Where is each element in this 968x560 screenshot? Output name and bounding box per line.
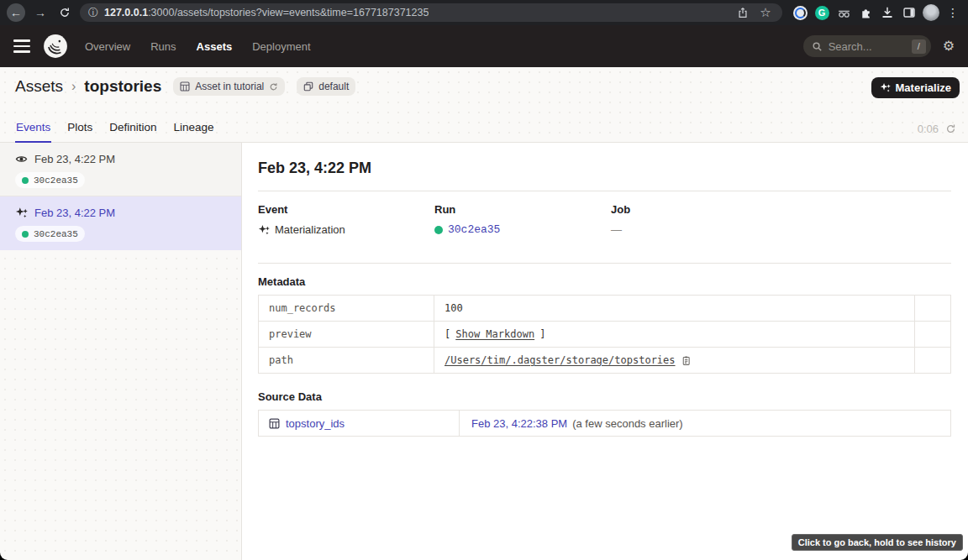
- materialize-button[interactable]: Materialize: [871, 77, 960, 98]
- run-id: 30c2ea35: [34, 229, 78, 239]
- table-icon: [180, 81, 190, 92]
- settings-gear-icon[interactable]: ⚙: [943, 39, 955, 53]
- nav-item-runs[interactable]: Runs: [150, 40, 176, 53]
- bracket: [: [445, 328, 450, 340]
- event-column: Event Materialization: [258, 203, 434, 236]
- tag-asset-in-tutorial[interactable]: Asset in tutorial: [173, 77, 285, 96]
- screen: ← → ⓘ 127.0.0.1:3000/assets/topstories?v…: [0, 0, 968, 560]
- run-id: 30c2ea35: [34, 175, 78, 186]
- breadcrumb-assets-link[interactable]: Assets: [15, 77, 63, 96]
- asset-page-header: Assets › topstories Asset in tutorial: [0, 67, 968, 143]
- page-title: topstories: [84, 77, 161, 96]
- reload-icon: [59, 7, 71, 18]
- group-layers-icon: [303, 81, 313, 92]
- table-row: path /Users/tim/.dagster/storage/topstor…: [259, 347, 950, 373]
- metadata-extra-cell: [915, 322, 950, 347]
- tag-refresh-icon[interactable]: [269, 82, 278, 92]
- metadata-key: preview: [259, 322, 434, 347]
- run-status-dot: [22, 231, 29, 238]
- nav-item-deployment[interactable]: Deployment: [252, 40, 310, 53]
- metadata-table: num_records 100 preview [Show Markdown] …: [258, 295, 951, 374]
- window-corner: [0, 552, 8, 560]
- event-type-value: Materialization: [275, 223, 345, 236]
- event-timestamp: Feb 23, 4:22 PM: [34, 153, 115, 165]
- run-id-tag[interactable]: 30c2ea35: [15, 172, 85, 188]
- primary-nav: Overview Runs Assets Deployment: [85, 40, 311, 53]
- breadcrumb: Assets › topstories Asset in tutorial: [15, 77, 355, 96]
- path-link[interactable]: /Users/tim/.dagster/storage/topstories: [445, 354, 676, 366]
- browser-back-button[interactable]: ←: [7, 3, 25, 22]
- divider: [258, 191, 951, 191]
- tab-definition[interactable]: Definition: [108, 121, 157, 143]
- event-detail-panel: Feb 23, 4:22 PM Event Materialization Ru…: [243, 143, 968, 560]
- nav-item-assets[interactable]: Assets: [197, 40, 233, 53]
- extensions-puzzle-icon[interactable]: [857, 4, 874, 21]
- site-info-icon[interactable]: ⓘ: [88, 6, 98, 20]
- event-list-sidebar: Feb 23, 4:22 PM 30c2ea35 Feb 23, 4:22 PM: [0, 143, 242, 560]
- breadcrumb-separator: ›: [71, 79, 76, 94]
- metadata-key: path: [259, 348, 434, 373]
- event-summary-columns: Event Materialization Run 30c2ea35: [258, 203, 951, 236]
- source-asset-link[interactable]: topstory_ids: [286, 417, 345, 430]
- tab-plots[interactable]: Plots: [66, 121, 93, 143]
- show-markdown-link[interactable]: Show Markdown: [455, 328, 534, 340]
- share-icon[interactable]: [734, 4, 751, 21]
- copy-to-clipboard-icon[interactable]: [681, 355, 692, 366]
- source-time-cell: Feb 23, 4:22:38 PM (a few seconds earlie…: [460, 411, 950, 436]
- goggles-extension-icon[interactable]: [835, 4, 852, 21]
- nav-item-overview[interactable]: Overview: [85, 40, 130, 53]
- metadata-value: /Users/tim/.dagster/storage/topstories: [434, 348, 915, 373]
- run-status-dot: [434, 226, 443, 234]
- asset-tabs: Events Plots Definition Lineage: [15, 121, 215, 143]
- refresh-icon[interactable]: [945, 123, 956, 134]
- search-placeholder: Search...: [829, 40, 906, 53]
- tag-label: Asset in tutorial: [195, 81, 264, 92]
- hamburger-menu-icon[interactable]: [13, 39, 30, 53]
- source-timestamp-link[interactable]: Feb 23, 4:22:38 PM: [471, 417, 567, 430]
- tab-lineage[interactable]: Lineage: [173, 121, 215, 143]
- url-host: 127.0.0.1: [104, 7, 148, 18]
- search-shortcut-key: /: [912, 39, 926, 54]
- metadata-key: num_records: [259, 296, 434, 321]
- event-list-item-observation[interactable]: Feb 23, 4:22 PM 30c2ea35: [0, 143, 241, 196]
- tab-events[interactable]: Events: [15, 121, 51, 143]
- browser-menu-icon[interactable]: ⋮: [944, 4, 961, 21]
- search-input[interactable]: Search... /: [803, 35, 931, 57]
- tag-label: default: [318, 81, 349, 92]
- run-column-label: Run: [434, 203, 611, 216]
- profile-avatar[interactable]: [923, 4, 939, 21]
- downloads-icon[interactable]: [879, 4, 896, 21]
- bookmark-star-icon[interactable]: ☆: [757, 4, 774, 21]
- event-list-item-materialization[interactable]: Feb 23, 4:22 PM 30c2ea35: [0, 196, 241, 250]
- table-icon: [269, 418, 280, 429]
- back-button-tooltip: Click to go back, hold to see history: [792, 534, 963, 551]
- source-data-heading: Source Data: [258, 390, 951, 403]
- event-detail-title: Feb 23, 4:22 PM: [258, 160, 951, 177]
- divider: [258, 263, 951, 264]
- browser-extensions: G ⋮: [792, 4, 961, 21]
- materialize-sparkle-icon: [880, 82, 891, 93]
- run-id-tag[interactable]: 30c2ea35: [15, 226, 85, 242]
- source-time-note: (a few seconds earlier): [572, 417, 683, 430]
- materialize-label: Materialize: [896, 81, 951, 94]
- table-row: num_records 100: [259, 296, 950, 321]
- address-bar[interactable]: ⓘ 127.0.0.1:3000/assets/topstories?view=…: [80, 3, 782, 22]
- run-status-dot: [22, 177, 29, 184]
- event-column-label: Event: [258, 203, 434, 216]
- browser-toolbar: ← → ⓘ 127.0.0.1:3000/assets/topstories?v…: [0, 0, 968, 25]
- browser-forward-button[interactable]: →: [31, 3, 50, 22]
- side-panel-icon[interactable]: [901, 4, 918, 21]
- grammarly-extension-icon[interactable]: G: [813, 4, 830, 21]
- browser-reload-button[interactable]: [55, 3, 74, 22]
- run-id-link[interactable]: 30c2ea35: [448, 223, 500, 236]
- job-empty-value: —: [611, 223, 622, 236]
- search-icon: [812, 41, 823, 52]
- event-timestamp: Feb 23, 4:22 PM: [34, 207, 115, 219]
- dagster-logo[interactable]: [43, 34, 68, 59]
- source-asset-cell: topstory_ids: [259, 411, 460, 436]
- tag-default-group[interactable]: default: [297, 77, 355, 96]
- metadata-heading: Metadata: [258, 275, 951, 288]
- window-corner: [960, 552, 968, 560]
- password-extension-icon[interactable]: [792, 4, 808, 21]
- run-column: Run 30c2ea35: [434, 203, 611, 236]
